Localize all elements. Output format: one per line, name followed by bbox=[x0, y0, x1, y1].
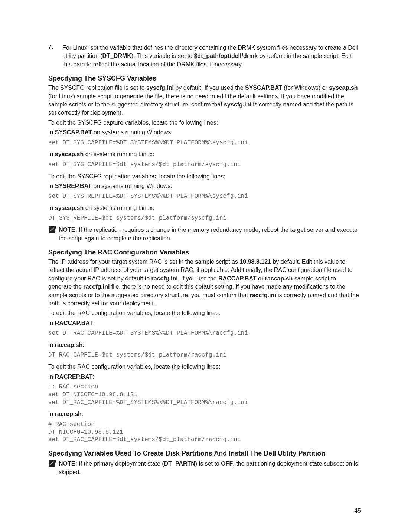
text: or bbox=[257, 275, 265, 282]
paragraph: To edit the SYSCFG replication variables… bbox=[48, 173, 361, 181]
text: The SYSCFG replication file is set to bbox=[48, 85, 146, 91]
code-token: SYSCAP.BAT bbox=[245, 85, 282, 91]
text: In bbox=[48, 129, 55, 135]
paragraph: In SYSCAP.BAT on systems running Windows… bbox=[48, 128, 361, 137]
text: In bbox=[48, 342, 55, 348]
code-token: RACCAP.BAT bbox=[55, 320, 93, 326]
code-block: set DT_SYS_REPFILE=%DT_SYSTEMS%\%DT_PLAT… bbox=[48, 193, 361, 200]
text: In bbox=[48, 151, 55, 157]
code-block: set DT_SYS_CAPFILE=$dt_systems/$dt_platf… bbox=[48, 161, 361, 169]
text: by default. If you used the bbox=[174, 85, 245, 91]
note-label: NOTE: bbox=[59, 227, 79, 233]
text: : bbox=[93, 320, 94, 326]
text: on systems running Windows: bbox=[92, 129, 173, 135]
note-icon bbox=[48, 460, 59, 476]
code-token: 10.98.8.121 bbox=[239, 259, 271, 265]
code-token: SYSCAP.BAT bbox=[55, 129, 92, 135]
code-token: RACCAP.BAT bbox=[218, 275, 257, 282]
heading-disk: Specifying Variables Used To Create Disk… bbox=[48, 450, 361, 457]
paragraph: In syscap.sh on systems running Linux: bbox=[48, 204, 361, 212]
note-icon bbox=[48, 226, 59, 243]
code-token: raccap.sh: bbox=[55, 342, 85, 348]
text: . If you use the bbox=[178, 275, 218, 282]
text: : bbox=[92, 374, 94, 380]
paragraph: The IP address for your target system RA… bbox=[48, 258, 361, 308]
paragraph: In RACREP.BAT: bbox=[48, 373, 361, 381]
text: on systems running Linux: bbox=[84, 151, 154, 157]
text: In bbox=[48, 320, 55, 326]
list-body: For Linux, set the variable that defines… bbox=[62, 44, 361, 69]
note-block: NOTE: If the replication requires a chan… bbox=[48, 226, 361, 243]
note-label: NOTE: bbox=[59, 460, 79, 467]
text: on systems running Windows: bbox=[92, 183, 172, 189]
code-token: syscap.sh bbox=[329, 85, 358, 91]
heading-rac: Specifying The RAC Configuration Variabl… bbox=[48, 249, 361, 256]
code-token: syscap.sh bbox=[55, 151, 84, 157]
text: : bbox=[82, 411, 83, 417]
paragraph: To edit the RAC configuration variables,… bbox=[48, 309, 361, 317]
text: If the primary deployment state ( bbox=[79, 460, 164, 467]
code-token: raccfg.ini bbox=[250, 292, 276, 298]
code-token: $dt_path/opt/dell/drmk bbox=[194, 53, 258, 59]
code-block: set DT_RAC_CAPFILE=%DT_SYSTEMS%\%DT_PLAT… bbox=[48, 329, 361, 337]
paragraph: In raccap.sh: bbox=[48, 341, 361, 349]
text: In bbox=[48, 183, 55, 189]
text: In bbox=[48, 205, 55, 211]
note-text: NOTE: If the replication requires a chan… bbox=[59, 226, 361, 243]
code-token: OFF bbox=[221, 460, 233, 467]
paragraph: In RACCAP.BAT: bbox=[48, 319, 361, 327]
paragraph: In SYSREP.BAT on systems running Windows… bbox=[48, 182, 361, 190]
code-block: # RAC section DT_NICCFG=10.98.8.121 set … bbox=[48, 421, 361, 444]
code-token: raccfg.ini bbox=[151, 275, 177, 282]
heading-syscfg: Specifying The SYSCFG Variables bbox=[48, 75, 361, 82]
code-block: set DT_SYS_CAPFILE=%DT_SYSTEMS%\%DT_PLAT… bbox=[48, 139, 361, 147]
paragraph: In syscap.sh on systems running Linux: bbox=[48, 150, 361, 158]
text: (for Windows) or bbox=[282, 85, 329, 91]
text: In bbox=[48, 374, 55, 380]
paragraph: In racrep.sh: bbox=[48, 410, 361, 418]
list-number: 7. bbox=[48, 44, 62, 69]
code-token: syscfg.ini bbox=[146, 85, 174, 91]
code-token: SYSREP.BAT bbox=[55, 183, 92, 189]
list-item-7: 7. For Linux, set the variable that defi… bbox=[48, 44, 361, 69]
paragraph: To edit the RAC configuration variables,… bbox=[48, 363, 361, 371]
text: on systems running Linux: bbox=[84, 205, 154, 211]
text: If the replication requires a change in … bbox=[59, 227, 358, 241]
code-block: :: RAC section set DT_NICCFG=10.98.8.121… bbox=[48, 383, 361, 406]
code-token: syscap.sh bbox=[55, 205, 84, 211]
code-token: syscfg.ini bbox=[224, 101, 251, 108]
code-token: RACREP.BAT bbox=[55, 374, 93, 380]
paragraph: To edit the SYSCFG capture variables, lo… bbox=[48, 119, 361, 127]
note-text: NOTE: If the primary deployment state (D… bbox=[59, 460, 361, 476]
text: ) is set to bbox=[195, 460, 221, 467]
page-number: 45 bbox=[354, 508, 361, 514]
text: ). This variable is set to bbox=[131, 53, 194, 59]
code-token: DT_DRMK bbox=[102, 53, 131, 59]
paragraph: The SYSCFG replication file is set to sy… bbox=[48, 84, 361, 117]
code-token: DT_PARTN bbox=[164, 460, 195, 467]
code-token: raccfg.ini bbox=[83, 283, 110, 290]
code-token: racrep.sh bbox=[55, 411, 82, 417]
code-block: DT_RAC_CAPFILE=$dt_systems/$dt_platform/… bbox=[48, 351, 361, 359]
code-token: raccap.sh bbox=[265, 275, 293, 282]
code-block: DT_SYS_REPFILE=$dt_systems/$dt_platform/… bbox=[48, 214, 361, 222]
text: The IP address for your target system RA… bbox=[48, 259, 239, 265]
text: In bbox=[48, 411, 55, 417]
note-block: NOTE: If the primary deployment state (D… bbox=[48, 460, 361, 476]
